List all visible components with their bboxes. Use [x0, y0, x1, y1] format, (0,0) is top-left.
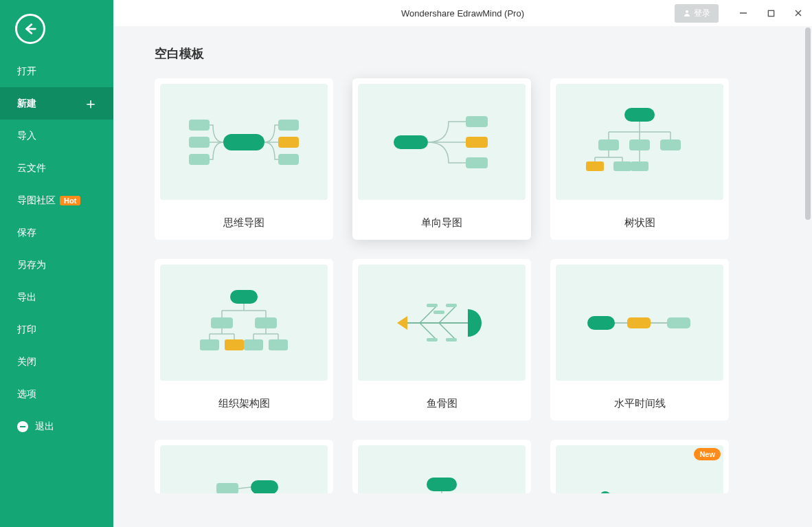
svg-rect-9 [278, 120, 299, 131]
app-title: Wondershare EdrawMind (Pro) [401, 8, 524, 19]
template-card-partial-1[interactable] [155, 440, 333, 493]
template-card-partial-3[interactable]: New [550, 440, 729, 493]
scrollbar-thumb[interactable] [805, 27, 811, 220]
template-preview [160, 265, 328, 381]
sidebar-item-label: 打印 [17, 324, 36, 336]
svg-rect-3 [768, 10, 774, 16]
sidebar-item-label: 新建 [17, 98, 36, 110]
template-preview [556, 84, 723, 200]
sidebar-item-label: 关闭 [17, 356, 36, 368]
back-button[interactable] [15, 14, 45, 44]
section-title: 空白模板 [155, 45, 771, 62]
svg-rect-37 [433, 311, 444, 314]
svg-rect-44 [627, 317, 651, 328]
svg-rect-15 [466, 137, 488, 148]
svg-rect-16 [466, 157, 488, 168]
svg-rect-29 [244, 339, 263, 350]
template-label: 树状图 [550, 205, 729, 240]
template-card-htimeline[interactable]: 水平时间线 [550, 259, 729, 421]
svg-rect-10 [278, 137, 299, 148]
minimize-icon [739, 9, 747, 17]
svg-rect-18 [598, 139, 619, 150]
svg-rect-13 [394, 135, 428, 149]
svg-rect-20 [660, 139, 681, 150]
template-card-fishbone[interactable]: 鱼骨图 [352, 259, 531, 421]
svg-line-33 [439, 306, 455, 323]
template-card-mindmap[interactable]: 思维导图 [155, 78, 333, 240]
svg-rect-27 [200, 339, 219, 350]
template-preview [556, 265, 723, 381]
svg-rect-46 [216, 483, 238, 493]
sidebar-item-label: 云文件 [17, 162, 46, 175]
sidebar-item-export[interactable]: 导出 [0, 281, 113, 313]
template-preview [160, 84, 328, 200]
template-label: 单向导图 [352, 205, 531, 240]
svg-rect-7 [189, 137, 210, 148]
svg-point-51 [600, 491, 611, 493]
svg-rect-43 [587, 316, 615, 330]
template-card-partial-2[interactable] [352, 440, 531, 493]
svg-rect-17 [624, 108, 655, 122]
sidebar-item-label: 退出 [35, 421, 54, 433]
svg-rect-24 [230, 290, 258, 304]
svg-point-1 [686, 10, 688, 13]
close-button[interactable] [785, 0, 812, 26]
template-label: 水平时间线 [550, 386, 729, 421]
window-controls [730, 0, 812, 26]
login-button[interactable]: 登录 [675, 4, 719, 23]
svg-rect-25 [211, 317, 233, 328]
sidebar-item-label: 保存 [17, 227, 36, 239]
template-card-org[interactable]: 组织架构图 [155, 259, 333, 421]
template-card-oneway[interactable]: 单向导图 [352, 78, 531, 240]
svg-rect-45 [667, 317, 690, 328]
svg-rect-30 [269, 339, 288, 350]
svg-rect-36 [427, 304, 438, 307]
sidebar-nav: 打开 新建＋ 导入 云文件 导图社区Hot 保存 另存为 导出 打印 关闭 选项… [0, 55, 113, 442]
user-icon [683, 9, 691, 17]
sidebar-item-label: 选项 [17, 388, 36, 401]
svg-rect-21 [586, 161, 604, 171]
svg-rect-6 [189, 120, 210, 131]
svg-rect-14 [466, 116, 488, 127]
sidebar-item-label: 导出 [17, 291, 36, 304]
template-preview [160, 445, 328, 493]
sidebar-item-save[interactable]: 保存 [0, 216, 113, 249]
svg-rect-28 [225, 339, 244, 350]
close-icon [794, 9, 802, 17]
titlebar-right: 登录 [675, 0, 812, 26]
hot-badge: Hot [60, 196, 80, 205]
sidebar-item-close[interactable]: 关闭 [0, 346, 113, 378]
maximize-icon [767, 10, 775, 17]
svg-rect-38 [446, 304, 457, 307]
sidebar-item-options[interactable]: 选项 [0, 378, 113, 410]
sidebar-item-community[interactable]: 导图社区Hot [0, 184, 113, 216]
sidebar-item-cloud[interactable]: 云文件 [0, 152, 113, 184]
sidebar-item-label: 导入 [17, 130, 36, 142]
minimize-button[interactable] [730, 0, 757, 26]
exit-icon [17, 421, 28, 432]
sidebar: 打开 新建＋ 导入 云文件 导图社区Hot 保存 另存为 导出 打印 关闭 选项… [0, 0, 113, 527]
sidebar-item-label: 导图社区 [17, 194, 56, 207]
sidebar-item-print[interactable]: 打印 [0, 313, 113, 346]
sidebar-item-label: 打开 [17, 65, 36, 78]
svg-line-34 [420, 323, 436, 339]
maximize-button[interactable] [757, 0, 785, 26]
svg-rect-40 [446, 338, 457, 341]
template-label: 思维导图 [155, 205, 333, 240]
scroll-area[interactable]: 空白模板 [113, 45, 812, 527]
sidebar-item-exit[interactable]: 退出 [0, 410, 113, 442]
sidebar-item-label: 另存为 [17, 259, 46, 271]
svg-line-35 [439, 323, 455, 339]
template-card-tree[interactable]: 树状图 [550, 78, 729, 240]
login-label: 登录 [694, 8, 710, 19]
template-label: 鱼骨图 [352, 386, 531, 421]
svg-rect-22 [613, 161, 631, 171]
sidebar-item-import[interactable]: 导入 [0, 120, 113, 152]
scrollbar[interactable] [805, 27, 811, 526]
svg-rect-49 [427, 478, 457, 491]
sidebar-item-open[interactable]: 打开 [0, 55, 113, 87]
sidebar-item-new[interactable]: 新建＋ [0, 87, 113, 120]
template-grid: 思维导图 单向导图 [155, 78, 771, 493]
new-badge: New [694, 448, 721, 460]
sidebar-item-saveas[interactable]: 另存为 [0, 249, 113, 281]
